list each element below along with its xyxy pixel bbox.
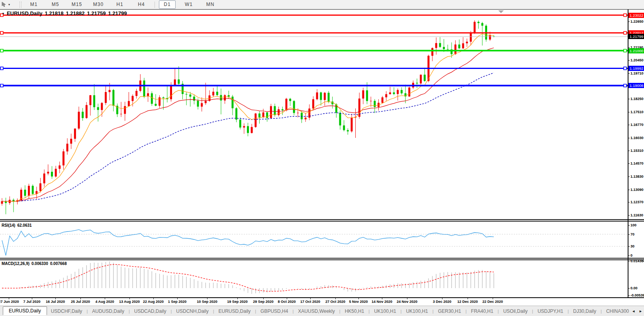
chart-tab-XAUUSD-Weekly[interactable]: XAUUSD,Weekly	[294, 307, 339, 315]
chart-tab-USDCNH-Daily[interactable]: USDCNH,Daily	[172, 307, 212, 315]
symbol-dropdown-icon: ▼	[2, 12, 5, 16]
price-tag: 1.19992	[628, 66, 644, 71]
timeframe-button-H4[interactable]: H4	[133, 0, 150, 9]
time-label: 7 Jul 2020	[23, 300, 40, 304]
timeframe-button-W1[interactable]: W1	[180, 0, 197, 9]
time-axis[interactable]: 27 Jun 20207 Jul 202016 Jul 202025 Jul 2…	[0, 298, 644, 306]
chart-tab-FRA40-H1[interactable]: FRA40,H1	[467, 307, 497, 315]
time-label: 4 Aug 2020	[95, 300, 114, 304]
time-label: 27 Jun 2020	[0, 300, 19, 304]
horizontal-line[interactable]	[0, 31, 628, 34]
chart-tab-EURUSD-Daily[interactable]: EURUSD,Daily	[3, 306, 47, 315]
timeframe-button-M5[interactable]: M5	[47, 0, 64, 9]
time-tick	[407, 298, 407, 299]
axis-tick	[628, 202, 630, 202]
macd-main-value: 0.006330	[31, 261, 48, 266]
time-label: 22 Dec 2020	[482, 300, 503, 304]
axis-tick	[628, 295, 630, 296]
chart-tab-EURUSD-Daily[interactable]: EURUSD,Daily	[215, 307, 255, 315]
cursor-icon	[1, 2, 7, 8]
axis-tick	[628, 99, 630, 99]
time-tick	[310, 298, 311, 299]
chart-tab-USOil-Daily[interactable]: USOil,Daily	[499, 307, 531, 315]
time-tick	[105, 298, 105, 299]
cursor-tool-button[interactable]: ▾	[1, 1, 16, 9]
axis-tick	[628, 60, 630, 61]
chart-tab-GBPUSD-H4[interactable]: GBPUSD,H4	[256, 307, 292, 315]
time-label: 24 Nov 2020	[397, 300, 417, 304]
chart-tab-USDJPY-H1[interactable]: USDJPY,H1	[534, 307, 567, 315]
rsi-pane[interactable]	[0, 222, 628, 258]
time-label: 1 Sep 2020	[168, 300, 187, 304]
timeframe-button-D1[interactable]: D1	[159, 0, 176, 9]
price-tag: 1.19008	[628, 83, 644, 88]
chart-tab-UK100-H1[interactable]: UK100,H1	[402, 307, 432, 315]
price-axis-label: 100	[630, 223, 636, 227]
main-price-pane[interactable]	[0, 10, 628, 219]
axis-tick	[628, 246, 630, 247]
timeframe-button-MN[interactable]: MN	[202, 0, 219, 9]
time-tick	[207, 298, 207, 299]
time-tick	[177, 298, 178, 299]
axis-tick	[628, 151, 630, 151]
time-label: 22 Aug 2020	[143, 300, 164, 304]
toolbar-separator	[155, 2, 155, 8]
timeframe-button-M15[interactable]: M15	[69, 0, 85, 9]
ohlc-close: 1.21799	[108, 10, 127, 16]
timeframe-button-H1[interactable]: H1	[112, 0, 128, 9]
chart-tab-AUDUSD-Daily[interactable]: AUDUSD,Daily	[88, 307, 128, 315]
time-tick	[468, 298, 468, 299]
timeframe-button-M1[interactable]: M1	[25, 0, 42, 9]
tab-scroll-right-icon[interactable]: ►	[639, 309, 642, 313]
price-tag: 1.21000	[628, 48, 644, 53]
macd-label: MACD(12,26,9)0.0063300.007668	[2, 261, 69, 266]
time-label: 13 Aug 2020	[119, 300, 140, 304]
rsi-value: 62.0631	[17, 223, 31, 228]
price-axis-label: 1.17510	[630, 110, 644, 114]
price-axis-label: -0.00539	[630, 293, 644, 297]
price-axis-label: 1.18250	[630, 97, 644, 101]
time-label: 10 Sep 2020	[197, 300, 217, 304]
chart-tabs: EURUSD,DailyUSDCHF,Daily|AUDUSD,Daily|US…	[0, 306, 644, 316]
price-axis-label: 1.16770	[630, 123, 644, 127]
axis-tick	[628, 177, 630, 177]
axis-tick	[628, 73, 630, 74]
price-tag: 1.23022	[628, 13, 644, 18]
chart-tab-U[interactable]: U	[642, 307, 644, 315]
chart-tab-UK100-H1[interactable]: UK100,H1	[370, 307, 400, 315]
toolbar: ▾ M1M5M15M30H1H4D1W1MN	[0, 0, 644, 9]
chart-tab-GER30-H1[interactable]: GER30,H1	[434, 307, 465, 315]
horizontal-line[interactable]	[0, 49, 628, 52]
time-tick	[442, 298, 442, 299]
macd-signal-value: 0.007668	[50, 261, 67, 266]
time-label: 25 Jul 2020	[71, 300, 90, 304]
chart-tab-USDCAD-Daily[interactable]: USDCAD,Daily	[130, 307, 170, 315]
axis-tick	[628, 288, 630, 289]
time-label: 3 Dec 2020	[433, 300, 452, 304]
price-axis-label: 1.22650	[630, 20, 644, 24]
chart-shift-marker-icon	[498, 10, 504, 13]
time-tick	[263, 298, 264, 299]
price-axis-label: 1.15310	[630, 149, 644, 153]
chart-tab-HK50-H1[interactable]: HK50,H1	[341, 307, 368, 315]
time-label: 27 Oct 2020	[325, 300, 345, 304]
timeframe-button-M30[interactable]: M30	[90, 0, 107, 9]
macd-pane[interactable]	[0, 260, 628, 297]
horizontal-line[interactable]	[0, 67, 628, 70]
time-label: 8 Oct 2020	[278, 300, 296, 304]
chart-tab-DJ30-Daily[interactable]: DJ30,Daily	[569, 307, 600, 315]
ma-fast-line	[2, 34, 494, 202]
price-axis-label: 1.13830	[630, 175, 644, 179]
chart-tab-USDCHF-Daily[interactable]: USDCHF,Daily	[47, 307, 86, 315]
price-axis-label: 1.12370	[630, 200, 644, 204]
ohlc-low: 1.21759	[87, 10, 106, 16]
chart-title: ▼EURUSD,Daily1.218181.218821.217591.2179…	[2, 10, 129, 16]
time-label: 12 Dec 2020	[457, 300, 478, 304]
macd-signal-line	[2, 265, 494, 291]
time-tick	[129, 298, 130, 299]
tab-scroll-left-icon[interactable]: ◄	[632, 309, 635, 313]
axis-tick	[628, 225, 630, 226]
time-tick	[55, 298, 56, 299]
axis-tick	[628, 125, 630, 125]
time-tick	[493, 298, 493, 299]
